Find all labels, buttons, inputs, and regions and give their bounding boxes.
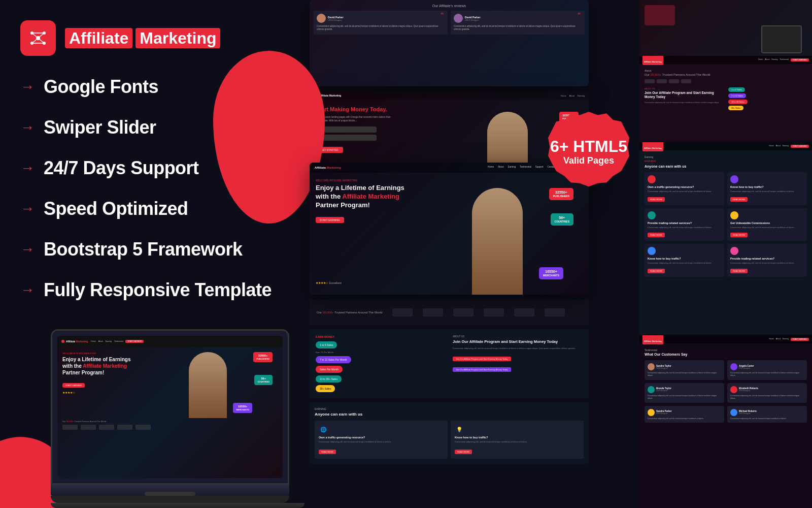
earning-grid-btn-2[interactable]: READ MORE — [730, 197, 748, 202]
t-role-6: CEO Designer — [739, 412, 757, 415]
about-us-link2[interactable]: Join Our Affiliate Program and Start Ear… — [453, 367, 511, 372]
t-reviewer-3: Brenda Taylor CEO Designer — [648, 386, 721, 393]
screen-nav-cta: START EARNING — [125, 340, 144, 343]
feature-bootstrap: → Bootstrap 5 Framework — [20, 239, 272, 260]
earning-grid-icon-3 — [648, 211, 656, 219]
main-stat-countries: 56+COUNTRIES — [551, 213, 573, 226]
earning-card-2-btn[interactable]: READ MORE — [455, 450, 472, 454]
about-join-text: Consectetur adipiscing elit, sed do eius… — [645, 102, 723, 104]
earning-body: Earning EARNING Anyone can earn with us … — [639, 150, 812, 282]
testimonial-page-title: What Our Customers Say — [645, 353, 807, 356]
t-role-3: CEO Designer — [656, 390, 671, 392]
earning-grid-btn-3[interactable]: READ MORE — [648, 233, 665, 237]
testimonial-body: Testimonial What Our Customers Say Sandr… — [639, 343, 812, 428]
earning-card-1-btn[interactable]: READ MORE — [319, 450, 336, 454]
testimonial-mini-logo: Affiliate Marketing — [642, 335, 663, 344]
right-panel: 6+ HTML5 Valid Pages Our Affiliate's rev… — [284, 0, 812, 508]
about-step-1: 1 to 6 Sales — [728, 87, 745, 92]
landing-nav-links: Home About Earning — [561, 94, 585, 97]
landing-input-1[interactable] — [316, 126, 377, 133]
earning-grid-btn-1[interactable]: READ MORE — [648, 197, 665, 202]
laptop-foot — [51, 503, 304, 508]
about-nav-cta[interactable]: START EARNING — [791, 58, 809, 61]
review-1-text: Consectetur adipiscing elit, sed do eius… — [317, 25, 445, 31]
testimonial-mini-links: Home About Earning START EARNING — [769, 338, 809, 341]
testimonial-page-label: Testimonial — [645, 348, 807, 352]
earning-grid-title-2: Know how to buy traffic? — [730, 185, 804, 188]
about-us-link1[interactable]: Join Our Affiliate Program and Start Ear… — [453, 357, 511, 361]
t-card-5: Sandra Parker CEO Designer Consectetur a… — [645, 406, 724, 423]
t-card-6: Michael Roberts CEO Designer Consectetur… — [727, 406, 807, 423]
t-card-3: Brenda Taylor CEO Designer Consectetur a… — [645, 383, 724, 403]
arrow-icon: → — [20, 80, 35, 94]
earn-steps: 1 to 6 Sales Earn 7% Per Month 7 to 12 S… — [316, 341, 446, 392]
about-steps: 1 to 6 Sales 7 to 12 Sales 13 to 30 Sale… — [728, 87, 807, 110]
earning-nav-cta[interactable]: START EARNING — [791, 145, 809, 148]
earning-grid-btn-4[interactable]: READ MORE — [730, 233, 748, 237]
step-3: Sales Per Month — [316, 366, 343, 373]
feature-label-bootstrap: Bootstrap 5 Framework — [44, 239, 243, 260]
laptop-screen-outer: Affiliate Marketing Home About Earning T… — [51, 329, 289, 485]
earning-grid-title-5: Know how to buy traffic? — [648, 257, 721, 260]
screen-nav-earning: Earning — [106, 340, 112, 342]
earning-subtitle: Anyone can earn with us — [315, 412, 584, 417]
t-name-1: Sandra Taylor — [656, 365, 671, 367]
t-text-6: Consectetur adipiscing elit, sed do eius… — [730, 418, 804, 420]
earning-grid-btn-5[interactable]: READ MORE — [648, 269, 665, 273]
partner-logo-4 — [484, 308, 504, 316]
badge-line1: 6+ HTML5 — [550, 138, 627, 154]
feature-label-speed: Speed Optimized — [44, 198, 188, 219]
logo-part2: Marketing — [136, 28, 220, 48]
about-left: ABOUT US Join Our Affiliate Program and … — [645, 87, 723, 110]
testimonial-mini-nav: Affiliate Marketing Home About Earning S… — [639, 335, 812, 343]
about-nav-testimonial: Testimonial — [780, 58, 789, 61]
review-card-1: " David Parker UI/UX Designer Consectetu… — [314, 11, 448, 35]
partner-logo-6 — [545, 308, 565, 316]
earning-grid: Own a traffic-generating resource? Conse… — [645, 172, 807, 277]
reviewer-2-role: UI/UX Designer — [465, 19, 481, 21]
main-nav-about: About — [498, 166, 504, 170]
earning-card-1: 🌐 Own a traffic-generating resource? Con… — [315, 421, 448, 459]
screen-partner-logos — [57, 425, 283, 430]
step-4: 13 to 30+ Sales — [316, 375, 342, 383]
feature-label-swiper: Swiper Slider — [44, 117, 156, 138]
partner-2 — [81, 425, 96, 430]
landing-input-2[interactable] — [316, 135, 377, 141]
about-body: About Our 20,000+ Trusted Partners Aroun… — [639, 64, 812, 115]
earning-grid-btn-6[interactable]: READ MORE — [730, 269, 748, 273]
about-section: EARN MONEY 1 to 6 Sales Earn 7% Per Mont… — [310, 329, 589, 398]
logo-text: AffiliateMarketing — [62, 29, 220, 48]
earning-nav-about: About — [776, 145, 781, 148]
landing-logo-text: Affiliate Marketing — [319, 94, 341, 97]
testimonial-nav-cta[interactable]: START EARNING — [791, 338, 809, 341]
main-man-figure — [472, 188, 523, 295]
earning-mini-logo-text: Affiliate Marketing — [644, 147, 662, 149]
about-nav-home: Home — [758, 58, 763, 61]
avatar-1 — [317, 14, 326, 23]
screen-stat-countries: 56+COUNTRIES — [254, 375, 273, 385]
arrow-icon-3: → — [20, 161, 35, 175]
reviewer-2: David Parker UI/UX Designer — [454, 14, 582, 23]
main-nav: Affiliate Marketing Home About Earning T… — [310, 163, 589, 173]
testimonial-nav-home: Home — [769, 338, 773, 341]
t-avatar-4 — [730, 386, 737, 393]
right-screenshots-col: Affiliate Marketing Home About Earning T… — [639, 0, 812, 508]
earning-mini-logo: Affiliate Marketing — [642, 142, 663, 151]
screenshot-main-home: Affiliate Marketing Home About Earning T… — [310, 163, 589, 295]
main-hero-cta[interactable]: START EARNING — [316, 217, 344, 223]
reviewer-2-name: David Parker — [465, 16, 481, 19]
earning-grid-title-6: Provide trading-related services? — [730, 257, 804, 260]
earning-page-label: Earning — [645, 155, 807, 158]
testimonial-nav-earning: Earning — [783, 338, 789, 341]
quote-mark-2: " — [578, 12, 581, 21]
earning-section: EARNING Anyone can earn with us 🌐 Own a … — [310, 402, 589, 464]
testimonial-mini-logo-text: Affiliate Marketing — [644, 340, 662, 342]
reviewer-1-name: David Parker — [328, 16, 344, 19]
screen-partners-text: Our 20,000+ Trusted Partners Around The … — [57, 418, 283, 425]
arrow-icon-5: → — [20, 242, 35, 257]
screen-nav-testimonial: Testimonial — [114, 340, 123, 342]
laptop-screen-inner: Affiliate Marketing Home About Earning T… — [57, 336, 283, 478]
screen-content: Affiliate Marketing Home About Earning T… — [57, 336, 283, 478]
step-1-rate: Earn 7% Per Month — [316, 351, 446, 354]
laptop-base — [51, 485, 289, 496]
